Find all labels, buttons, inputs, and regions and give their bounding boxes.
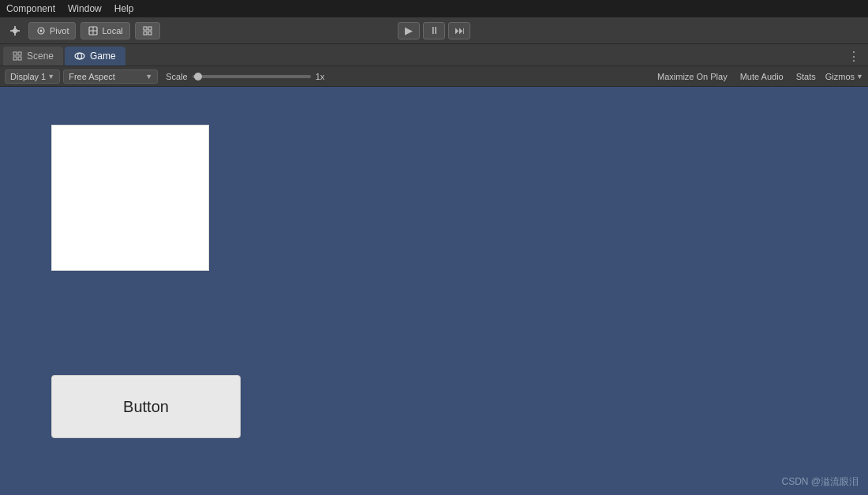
scale-slider[interactable] bbox=[193, 75, 311, 78]
svg-rect-13 bbox=[18, 52, 21, 55]
menu-component[interactable]: Component bbox=[6, 3, 55, 14]
tab-more-button[interactable]: ⋮ bbox=[843, 47, 865, 66]
scale-thumb[interactable] bbox=[194, 73, 202, 81]
pause-icon: ⏸ bbox=[429, 24, 440, 36]
grid-icon bbox=[142, 25, 153, 36]
more-icon: ⋮ bbox=[847, 49, 860, 64]
svg-rect-9 bbox=[148, 27, 152, 30]
tab-scene[interactable]: Scene bbox=[3, 47, 63, 66]
stats-button[interactable]: Stats bbox=[793, 70, 819, 83]
ui-button[interactable]: Button bbox=[51, 375, 241, 438]
watermark: CSDN @溢流眼泪 bbox=[781, 475, 859, 489]
scale-value: 1x bbox=[316, 72, 325, 81]
svg-point-16 bbox=[75, 53, 84, 59]
gizmos-chevron-icon: ▼ bbox=[856, 73, 863, 81]
game-viewport: Button CSDN @溢流眼泪 bbox=[0, 87, 868, 495]
grid-button[interactable] bbox=[135, 22, 160, 39]
scale-label: Scale bbox=[166, 72, 188, 81]
local-label: Local bbox=[102, 26, 122, 36]
svg-rect-12 bbox=[13, 52, 17, 55]
menu-bar: Component Window Help bbox=[0, 0, 868, 17]
transform-tools-icon[interactable] bbox=[6, 22, 24, 39]
pivot-button[interactable]: Pivot bbox=[28, 22, 76, 39]
local-button[interactable]: Local bbox=[80, 22, 129, 39]
tab-scene-label: Scene bbox=[27, 51, 54, 62]
aspect-select[interactable]: Free Aspect ▼ bbox=[63, 69, 158, 84]
svg-rect-15 bbox=[18, 57, 21, 60]
menu-window[interactable]: Window bbox=[68, 3, 102, 14]
gizmos-dropdown[interactable]: Gizmos ▼ bbox=[825, 72, 863, 81]
watermark-text: CSDN @溢流眼泪 bbox=[781, 476, 859, 487]
play-button[interactable]: ▶ bbox=[398, 22, 420, 39]
svg-point-4 bbox=[40, 29, 43, 32]
svg-rect-10 bbox=[144, 32, 147, 35]
svg-rect-8 bbox=[144, 27, 147, 30]
pivot-label: Pivot bbox=[50, 26, 69, 36]
gizmos-label: Gizmos bbox=[825, 72, 855, 81]
aspect-chevron-icon: ▼ bbox=[145, 73, 152, 81]
local-icon bbox=[88, 25, 99, 36]
pivot-icon bbox=[36, 25, 47, 36]
display-label: Display 1 bbox=[10, 72, 46, 81]
toolbar: Pivot Local ▶ ⏸ ⏭ bbox=[0, 17, 868, 44]
play-icon: ▶ bbox=[405, 24, 413, 36]
maximize-on-play-button[interactable]: Maximize On Play bbox=[654, 70, 731, 83]
svg-rect-11 bbox=[148, 32, 152, 35]
mute-audio-button[interactable]: Mute Audio bbox=[737, 70, 787, 83]
tab-game-label: Game bbox=[90, 51, 116, 62]
white-square bbox=[51, 125, 209, 271]
scale-container: Scale 1x bbox=[166, 72, 324, 81]
pause-button[interactable]: ⏸ bbox=[423, 22, 445, 39]
menu-help[interactable]: Help bbox=[114, 3, 134, 14]
step-icon: ⏭ bbox=[455, 24, 465, 36]
tab-bar: Scene Game ⋮ bbox=[0, 44, 868, 66]
scene-icon bbox=[13, 51, 22, 61]
svg-point-17 bbox=[78, 53, 82, 59]
display-chevron-icon: ▼ bbox=[47, 73, 54, 81]
display-select[interactable]: Display 1 ▼ bbox=[5, 69, 60, 84]
toolbar-center: ▶ ⏸ ⏭ bbox=[398, 22, 470, 39]
game-toolbar: Display 1 ▼ Free Aspect ▼ Scale 1x Maxim… bbox=[0, 66, 868, 87]
ui-button-label: Button bbox=[123, 398, 169, 416]
step-button[interactable]: ⏭ bbox=[448, 22, 470, 39]
tab-game[interactable]: Game bbox=[65, 47, 125, 66]
aspect-label: Free Aspect bbox=[69, 72, 115, 81]
toolbar-left: Pivot Local bbox=[6, 22, 391, 39]
game-toolbar-right: Maximize On Play Mute Audio Stats Gizmos… bbox=[654, 70, 863, 83]
game-icon bbox=[74, 52, 85, 60]
svg-rect-14 bbox=[13, 57, 17, 60]
